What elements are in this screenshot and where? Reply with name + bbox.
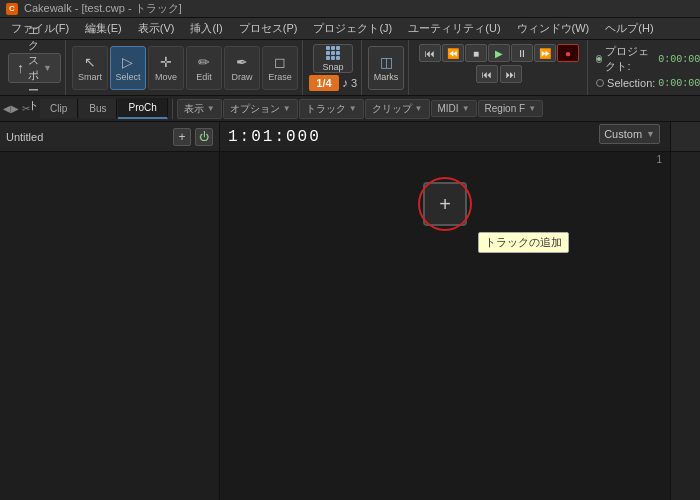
midi-dropdown-arrow: ▼: [462, 104, 470, 113]
region-dropdown-arrow: ▼: [528, 104, 536, 113]
loop-end-button[interactable]: ⏭: [500, 65, 522, 83]
export-label: エクスポート: [28, 23, 39, 113]
tab-proch[interactable]: ProCh: [118, 98, 167, 119]
rewind-button[interactable]: ⏪: [442, 44, 464, 62]
project-time-row: プロジェクト: 0:00:00.00: [596, 44, 700, 74]
project-time-value: 0:00:00.00: [658, 54, 700, 65]
dropdown-clip[interactable]: クリップ ▼: [365, 99, 430, 119]
smart-label: Smart: [78, 72, 102, 82]
erase-tool[interactable]: ◻ Erase: [262, 46, 298, 90]
separator1: [172, 99, 173, 119]
selection-radio[interactable]: [596, 79, 604, 87]
record-button[interactable]: ●: [557, 44, 579, 62]
add-track-tooltip: トラックの追加: [478, 232, 569, 253]
note-icon: ♪: [342, 76, 348, 90]
add-track-center-area: + トラックの追加: [423, 182, 467, 226]
track-add-button[interactable]: +: [173, 128, 191, 146]
menu-edit[interactable]: 編集(E): [78, 19, 129, 38]
project-label: プロジェクト:: [605, 44, 655, 74]
track-power-button[interactable]: ⏻: [195, 128, 213, 146]
menu-view[interactable]: 表示(V): [131, 19, 182, 38]
snap-section: Snap 1/4 ♪ 3: [305, 40, 362, 95]
menu-help[interactable]: ヘルプ(H): [598, 19, 660, 38]
transport-section: ⏮ ⏪ ■ ▶ ⏸ ⏩ ● ⏮ ⏭: [411, 40, 588, 95]
content-body: 1 + トラックの追加: [220, 152, 670, 500]
dropdown-region[interactable]: Region F ▼: [478, 100, 544, 117]
snap-label: Snap: [322, 62, 343, 72]
tools-section: ↖ Smart ▷ Select ✛ Move ✏ Edit ✒ Draw ◻ …: [68, 40, 303, 95]
clip-dropdown-arrow: ▼: [415, 104, 423, 113]
smart-icon: ↖: [84, 54, 96, 70]
title-text: Cakewalk - [test.cwp - トラック]: [24, 1, 182, 16]
play-button[interactable]: ▶: [488, 44, 510, 62]
add-track-button[interactable]: +: [423, 182, 467, 226]
erase-label: Erase: [268, 72, 292, 82]
custom-select[interactable]: Custom ▼: [599, 124, 660, 144]
erase-icon: ◻: [274, 54, 286, 70]
time-counter-display: 1:01:000: [228, 128, 321, 146]
snap-value[interactable]: 1/4: [309, 75, 339, 91]
track-list-empty: [0, 152, 219, 500]
menu-bar: ファイル(F) 編集(E) 表示(V) 挿入(I) プロセス(P) プロジェクト…: [0, 18, 700, 40]
edit-label: Edit: [196, 72, 212, 82]
move-label: Move: [155, 72, 177, 82]
smart-tool[interactable]: ↖ Smart: [72, 46, 108, 90]
marks-button[interactable]: ◫ Marks: [368, 46, 404, 90]
toolbar2-icon1[interactable]: ◀▶: [4, 102, 18, 116]
menu-project[interactable]: プロジェクト(J): [306, 19, 399, 38]
custom-dropdown[interactable]: Custom ▼: [599, 124, 660, 144]
track-name: Untitled: [6, 131, 169, 143]
export-icon: ↑: [17, 60, 24, 76]
toolbar2: ◀▶ ✂ Clip Bus ProCh 表示 ▼ オプション ▼ トラック ▼ …: [0, 96, 700, 122]
move-tool[interactable]: ✛ Move: [148, 46, 184, 90]
edit-tool[interactable]: ✏ Edit: [186, 46, 222, 90]
selection-time-value: 0:00:00.00: [658, 78, 700, 89]
marks-label: Marks: [374, 72, 399, 82]
transport-controls: ⏮ ⏪ ■ ▶ ⏸ ⏩ ●: [419, 44, 579, 62]
time-section: プロジェクト: 0:00:00.00 Selection: 0:00:00.00: [590, 40, 700, 95]
export-button[interactable]: ↑ エクスポート ▼: [8, 53, 61, 83]
app-icon: C: [6, 3, 18, 15]
ruler-number: 1: [656, 154, 662, 165]
toolbar: ↑ エクスポート ▼ ↖ Smart ▷ Select ✛ Move ✏ Edi…: [0, 40, 700, 96]
select-label: Select: [115, 72, 140, 82]
fast-forward-button[interactable]: ⏩: [534, 44, 556, 62]
options-dropdown-arrow: ▼: [283, 104, 291, 113]
project-radio[interactable]: [596, 55, 602, 63]
region-header: [671, 122, 700, 152]
loop-start-button[interactable]: ⏮: [476, 65, 498, 83]
menu-process[interactable]: プロセス(P): [232, 19, 305, 38]
track-dropdown-arrow: ▼: [349, 104, 357, 113]
snap-button[interactable]: Snap: [313, 44, 353, 73]
selection-time-row: Selection: 0:00:00.00: [596, 77, 700, 89]
draw-label: Draw: [231, 72, 252, 82]
tab-bus[interactable]: Bus: [79, 99, 117, 118]
menu-utility[interactable]: ユーティリティ(U): [401, 19, 507, 38]
draw-tool[interactable]: ✒ Draw: [224, 46, 260, 90]
menu-file[interactable]: ファイル(F): [4, 19, 76, 38]
menu-window[interactable]: ウィンドウ(W): [510, 19, 597, 38]
main-area: Untitled + ⏻ 1:01:000 Custom ▼ 1: [0, 122, 700, 500]
select-tool[interactable]: ▷ Select: [110, 46, 146, 90]
export-section: ↑ エクスポート ▼: [4, 40, 66, 95]
selection-label: Selection:: [607, 77, 655, 89]
menu-insert[interactable]: 挿入(I): [183, 19, 229, 38]
add-track-plus-icon: +: [439, 193, 451, 216]
export-arrow-icon: ▼: [43, 63, 52, 73]
toolbar2-icon2[interactable]: ✂: [19, 102, 33, 116]
dropdown-options[interactable]: オプション ▼: [223, 99, 298, 119]
rewind-to-start-button[interactable]: ⏮: [419, 44, 441, 62]
dropdown-midi[interactable]: MIDI ▼: [431, 100, 477, 117]
content-header: 1:01:000 Custom ▼: [220, 122, 670, 152]
tab-clip[interactable]: Clip: [40, 99, 78, 118]
title-bar: C Cakewalk - [test.cwp - トラック]: [0, 0, 700, 18]
dropdown-view[interactable]: 表示 ▼: [177, 99, 222, 119]
draw-icon: ✒: [236, 54, 248, 70]
marks-icon: ◫: [380, 54, 393, 70]
dropdown-track[interactable]: トラック ▼: [299, 99, 364, 119]
region-panel: [670, 122, 700, 500]
marks-section: ◫ Marks: [364, 40, 409, 95]
pause-button[interactable]: ⏸: [511, 44, 533, 62]
track-row: Untitled + ⏻: [0, 122, 219, 152]
stop-button[interactable]: ■: [465, 44, 487, 62]
